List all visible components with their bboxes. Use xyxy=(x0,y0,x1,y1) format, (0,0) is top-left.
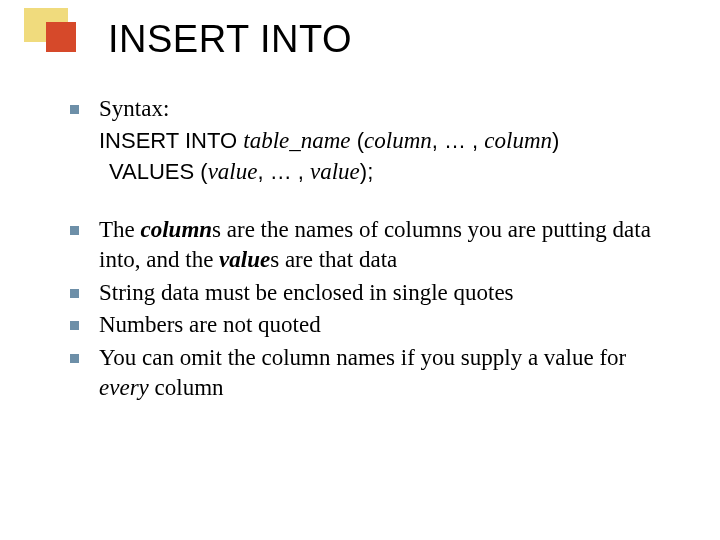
token-rparen-1: ) xyxy=(552,128,559,153)
text-fragment: You can omit the column names if you sup… xyxy=(99,345,626,370)
token-column-1: column xyxy=(364,128,432,153)
token-sep-1: , … , xyxy=(432,128,485,153)
token-sep-2: , … , xyxy=(257,159,310,184)
text-fragment: column xyxy=(149,375,224,400)
token-column-2: column xyxy=(484,128,552,153)
square-bullet-icon xyxy=(70,289,79,298)
keyword-insert-into: INSERT INTO xyxy=(99,128,243,153)
bullet-columns-desc: The columns are the names of columns you… xyxy=(70,215,680,276)
text-fragment: The xyxy=(99,217,141,242)
bullet-omit-columns: You can omit the column names if you sup… xyxy=(70,343,680,404)
token-lparen: ( xyxy=(351,128,364,153)
square-bullet-icon xyxy=(70,226,79,235)
square-bullet-icon xyxy=(70,105,79,114)
syntax-label: Syntax: xyxy=(99,96,169,121)
bullet-string-quotes: String data must be enclosed in single q… xyxy=(70,278,680,308)
emph-column: column xyxy=(141,217,213,242)
emph-every: every xyxy=(99,375,149,400)
emph-value: value xyxy=(219,247,270,272)
syntax-line-1: INSERT INTO table_name (column, … , colu… xyxy=(99,126,680,156)
spacer xyxy=(70,187,680,215)
bullet-text: Syntax: xyxy=(99,94,680,124)
token-rparen-semi: ); xyxy=(360,159,373,184)
slide-content: Syntax: INSERT INTO table_name (column, … xyxy=(70,94,680,405)
slide: INSERT INTO Syntax: INSERT INTO table_na… xyxy=(0,0,720,540)
square-bullet-icon xyxy=(70,354,79,363)
corner-red-square xyxy=(46,22,76,52)
bullet-text: Numbers are not quoted xyxy=(99,310,680,340)
slide-title: INSERT INTO xyxy=(108,18,352,61)
square-bullet-icon xyxy=(70,321,79,330)
syntax-block: INSERT INTO table_name (column, … , colu… xyxy=(99,126,680,187)
syntax-line-2: VALUES (value, … , value); xyxy=(109,157,680,187)
corner-decoration xyxy=(24,8,80,54)
bullet-text: The columns are the names of columns you… xyxy=(99,215,680,276)
text-fragment: s are that data xyxy=(270,247,397,272)
keyword-values: VALUES ( xyxy=(109,159,208,184)
bullet-text: You can omit the column names if you sup… xyxy=(99,343,680,404)
token-table-name: table_name xyxy=(243,128,350,153)
token-value-1: value xyxy=(208,159,258,184)
bullet-numbers: Numbers are not quoted xyxy=(70,310,680,340)
token-value-2: value xyxy=(310,159,360,184)
bullet-text: String data must be enclosed in single q… xyxy=(99,278,680,308)
bullet-syntax: Syntax: xyxy=(70,94,680,124)
